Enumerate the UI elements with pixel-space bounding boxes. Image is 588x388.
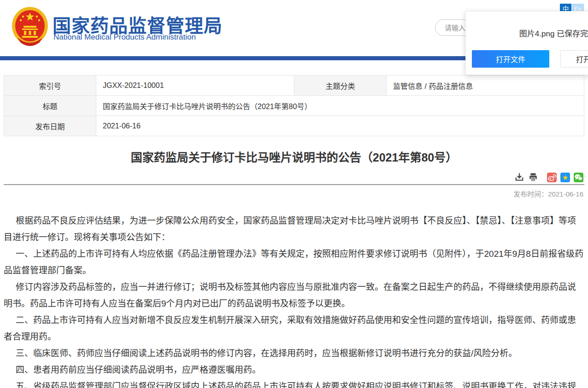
document-info-table: 索引号 JGXX-2021-10001 主题分类 监管信息 / 药品注册信息 标… — [4, 75, 584, 136]
publish-date-value: 2021-06-16 — [96, 116, 584, 136]
paragraph: 根据药品不良反应评估结果，为进一步保障公众用药安全，国家药品监督管理局决定对卡比… — [4, 213, 584, 246]
site-subtitle: National Medical Products Administration — [53, 33, 196, 42]
share-wechat-icon[interactable] — [574, 173, 583, 182]
page: 国家药品监督管理局 National Medical Products Admi… — [0, 0, 588, 388]
index-number-value: JGXX-2021-10001 — [96, 75, 294, 96]
page-title: 国家药监局关于修订卡比马唑片说明书的公告（2021年第80号） — [0, 148, 588, 165]
share-qzone-icon[interactable]: ★ — [560, 173, 570, 182]
publish-date-label: 发布日期 — [4, 116, 96, 136]
paragraph: 五、省级药品监督管理部门应当督促行政区域内上述药品的药品上市许可持有人按要求做好… — [4, 378, 584, 388]
open-file-button[interactable]: 打开文件 — [472, 50, 549, 68]
paragraph: 二、药品上市许可持有人应当对新增不良反应发生机制开展深入研究，采取有效措施做好药… — [4, 312, 584, 345]
article-toolbar: ★ — [511, 172, 583, 182]
paragraph: 一、上述药品的上市许可持有人均应依据《药品注册管理办法》等有关规定，按照相应附件… — [4, 246, 584, 279]
national-emblem-icon — [11, 41, 49, 48]
topic-category-value: 监管信息 / 药品注册信息 — [387, 75, 584, 96]
publish-time: 发布时间：2021-06-16 — [513, 189, 583, 198]
doc-title-value: 国家药监局关于修订卡比马唑片说明书的公告（2021年第80号） — [96, 96, 584, 116]
download-complete-message: 图片4.png 已保存完成 — [466, 27, 588, 39]
table-row: 发布日期 2021-06-16 — [4, 116, 584, 136]
download-complete-popup: 图片4.png 已保存完成 打开文件 打开 — [465, 11, 588, 75]
share-weibo-icon[interactable] — [547, 173, 557, 182]
paragraph: 修订内容涉及药品标签的，应当一并进行修订；说明书及标签其他内容应当与原批准内容一… — [4, 279, 584, 312]
site-logo[interactable] — [11, 6, 49, 47]
table-row: 索引号 JGXX-2021-10001 主题分类 监管信息 / 药品注册信息 — [4, 75, 584, 96]
paragraph: 四、患者用药前应当仔细阅读药品说明书，应严格遵医嘱用药。 — [4, 362, 584, 378]
doc-title-label: 标题 — [4, 96, 96, 116]
article-body: 根据药品不良反应评估结果，为进一步保障公众用药安全，国家药品监督管理局决定对卡比… — [4, 213, 584, 388]
table-row: 标题 国家药监局关于修订卡比马唑片说明书的公告（2021年第80号） — [4, 96, 584, 116]
topic-category-label: 主题分类 — [294, 75, 387, 96]
download-icon[interactable] — [514, 172, 524, 182]
paragraph: 三、临床医师、药师应当仔细阅读上述药品说明书的修订内容，在选择用药时，应当根据新… — [4, 345, 584, 362]
print-icon[interactable] — [528, 172, 538, 182]
title-divider — [4, 184, 584, 185]
open-folder-button[interactable]: 打开 — [560, 50, 588, 68]
index-number-label: 索引号 — [4, 75, 96, 96]
